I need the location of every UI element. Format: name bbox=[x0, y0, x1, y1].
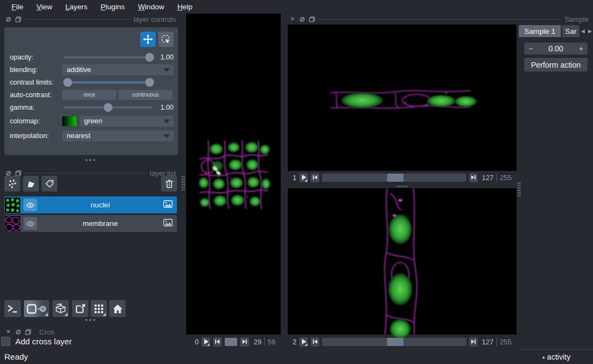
layer-name: nuclei bbox=[37, 201, 163, 209]
skip-forward-icon bbox=[242, 339, 247, 344]
interpolation-row: interpolation: nearest bbox=[10, 128, 174, 143]
gamma-slider-handle[interactable] bbox=[104, 103, 112, 112]
xy-viewport-canvas[interactable] bbox=[186, 14, 281, 335]
menu-layers[interactable]: Layers bbox=[60, 1, 94, 13]
tab-scroll-right-button[interactable]: ▶ bbox=[587, 27, 593, 35]
panel-splitter-handle[interactable]: ••• bbox=[85, 319, 97, 322]
tab-sample-2[interactable]: Sar bbox=[562, 25, 579, 37]
dims-slider-axis2[interactable] bbox=[322, 338, 466, 346]
contrast-limits-range-slider[interactable] bbox=[62, 78, 154, 87]
menu-file[interactable]: File bbox=[5, 1, 29, 13]
menu-help[interactable]: Help bbox=[171, 1, 199, 13]
float-dock-icon[interactable] bbox=[25, 329, 31, 335]
opacity-slider[interactable] bbox=[62, 53, 154, 62]
roll-dimensions-button[interactable] bbox=[52, 300, 69, 317]
interpolation-combobox[interactable]: nearest bbox=[62, 130, 174, 141]
hide-dock-icon[interactable] bbox=[15, 329, 21, 335]
close-dock-icon[interactable]: ✕ bbox=[5, 329, 11, 335]
frame-forward-button[interactable] bbox=[469, 173, 478, 182]
dock-title-line bbox=[25, 19, 130, 20]
tab-sample-1[interactable]: Sample 1 bbox=[519, 25, 561, 37]
nuclei-thumbnail bbox=[5, 198, 20, 213]
new-shapes-layer-button[interactable] bbox=[23, 176, 39, 192]
spin-increment-button[interactable]: + bbox=[574, 44, 588, 53]
colormap-combobox[interactable]: green bbox=[80, 116, 174, 127]
hide-dock-icon[interactable] bbox=[5, 170, 11, 176]
viewport-splitter-handle[interactable] bbox=[396, 186, 408, 187]
new-points-layer-button[interactable] bbox=[4, 176, 20, 192]
delete-layer-button[interactable] bbox=[161, 176, 177, 192]
transform-icon bbox=[161, 34, 171, 44]
auto-contrast-continuous-button[interactable]: continuous bbox=[118, 90, 173, 100]
ndisplay-toggle-button[interactable] bbox=[24, 300, 49, 317]
menu-window[interactable]: Window bbox=[132, 1, 170, 13]
gamma-label: gamma: bbox=[10, 104, 62, 111]
skip-back-icon bbox=[312, 175, 318, 180]
transform-mode-button[interactable] bbox=[158, 32, 174, 47]
layer-visibility-button[interactable] bbox=[23, 217, 37, 230]
transpose-dimensions-button[interactable] bbox=[72, 300, 88, 317]
console-button[interactable] bbox=[4, 300, 21, 317]
play-button[interactable] bbox=[299, 173, 308, 182]
float-dock-icon[interactable] bbox=[15, 16, 21, 22]
chevron-up-icon: ▴ bbox=[542, 354, 545, 360]
dock-resize-handle[interactable] bbox=[181, 176, 185, 191]
dock-title-line bbox=[25, 173, 146, 174]
layer-row-nuclei[interactable]: nuclei bbox=[4, 196, 177, 213]
right-panel-resize-handle[interactable] bbox=[517, 182, 521, 197]
colormap-label: colormap: bbox=[10, 117, 62, 125]
dims-slider-handle[interactable] bbox=[387, 338, 404, 346]
chevron-down-icon bbox=[163, 68, 170, 72]
float-dock-icon[interactable] bbox=[15, 170, 21, 176]
activity-zone: ▴ activity bbox=[520, 349, 593, 364]
frame-back-button[interactable] bbox=[213, 337, 222, 347]
frame-forward-button[interactable] bbox=[240, 337, 249, 347]
home-reset-view-button[interactable] bbox=[109, 300, 126, 317]
blending-combobox[interactable]: additive bbox=[62, 64, 174, 75]
float-dock-icon[interactable] bbox=[309, 16, 315, 22]
gamma-value: 1.00 bbox=[154, 104, 174, 111]
add-cross-layer-row: Add cross layer bbox=[1, 337, 72, 346]
pan-zoom-mode-button[interactable] bbox=[140, 32, 156, 47]
spinbox-value[interactable]: 0.00 bbox=[537, 44, 574, 53]
layer-visibility-button[interactable] bbox=[23, 199, 37, 211]
dims-slider-row-axis1: 1 127 255 bbox=[290, 172, 513, 182]
contrast-limits-high-handle[interactable] bbox=[145, 78, 154, 87]
play-button[interactable] bbox=[201, 337, 210, 347]
dims-slider-axis1[interactable] bbox=[322, 174, 466, 182]
dims-slider-handle[interactable] bbox=[387, 174, 404, 182]
sample-dock-titlebar: ✕ Sample bbox=[289, 15, 589, 23]
dims-slider-axis0[interactable] bbox=[224, 338, 238, 346]
close-dock-icon[interactable]: ✕ bbox=[289, 16, 295, 22]
contrast-limits-low-handle[interactable] bbox=[63, 78, 72, 87]
opacity-slider-handle[interactable] bbox=[145, 53, 154, 62]
hide-dock-icon[interactable] bbox=[299, 16, 305, 22]
menu-view[interactable]: View bbox=[31, 1, 58, 13]
menu-plugins[interactable]: Plugins bbox=[94, 1, 131, 13]
gamma-slider[interactable] bbox=[62, 103, 154, 112]
grid-view-button[interactable] bbox=[91, 300, 107, 317]
hide-dock-icon[interactable] bbox=[5, 16, 11, 22]
chevron-left-icon: ◀ bbox=[581, 28, 585, 34]
zy-viewport-canvas[interactable] bbox=[288, 188, 517, 335]
frame-back-button[interactable] bbox=[311, 173, 319, 182]
play-button[interactable] bbox=[299, 337, 308, 347]
panel-splitter-handle[interactable]: ••• bbox=[85, 159, 97, 162]
tab-scroll-left-button[interactable]: ◀ bbox=[580, 27, 586, 35]
dock-title-line bbox=[319, 19, 561, 20]
new-labels-layer-button[interactable] bbox=[41, 176, 57, 192]
spin-decrement-button[interactable]: − bbox=[524, 44, 537, 53]
xz-viewport-canvas[interactable] bbox=[288, 25, 517, 171]
activity-button[interactable]: ▴ activity bbox=[542, 353, 570, 361]
auto-contrast-once-button[interactable]: once bbox=[62, 90, 116, 100]
perform-action-button[interactable]: Perform action bbox=[524, 58, 588, 71]
membrane-thumbnail bbox=[5, 216, 20, 231]
layer-row-membrane[interactable]: membrane bbox=[4, 215, 177, 232]
home-icon bbox=[112, 304, 123, 314]
dims-slider-handle[interactable] bbox=[225, 338, 236, 346]
value-spinbox: − 0.00 + bbox=[524, 43, 588, 55]
add-cross-layer-checkbox[interactable] bbox=[1, 337, 10, 346]
frame-back-button[interactable] bbox=[311, 337, 319, 347]
zy-cells-image bbox=[379, 188, 422, 335]
frame-forward-button[interactable] bbox=[469, 337, 478, 347]
